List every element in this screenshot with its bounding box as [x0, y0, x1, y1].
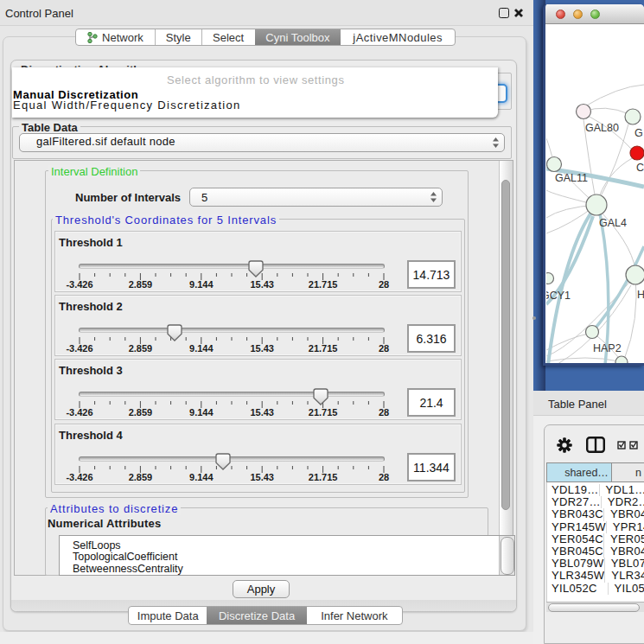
svg-text:GAL11: GAL11	[555, 172, 588, 184]
svg-text:H: H	[637, 289, 644, 301]
svg-text:GAL4: GAL4	[599, 217, 627, 229]
svg-text:HAP2: HAP2	[593, 342, 622, 354]
svg-text:G: G	[634, 127, 643, 139]
svg-text:C: C	[636, 162, 644, 174]
svg-text:GAL80: GAL80	[585, 122, 619, 134]
svg-text:GCY1: GCY1	[546, 290, 571, 302]
